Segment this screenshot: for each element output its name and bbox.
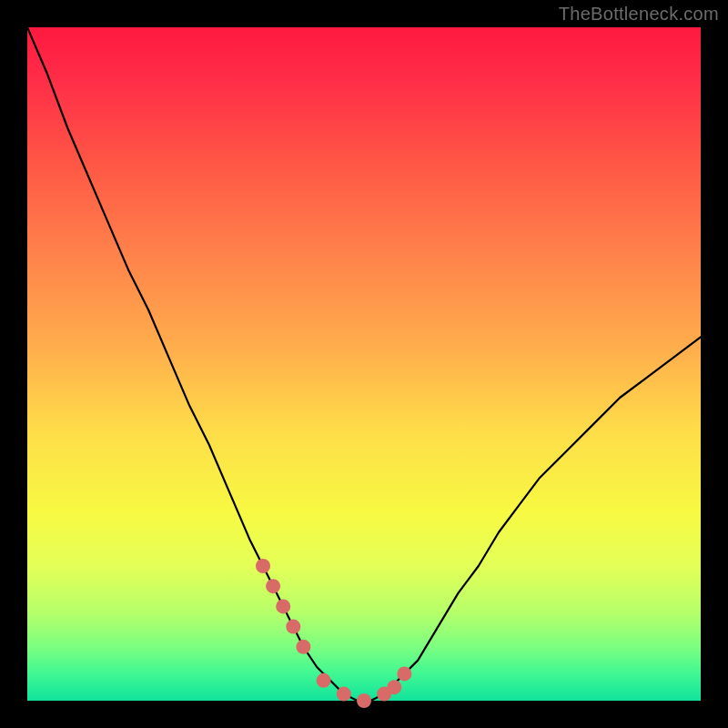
highlight-dot [387,680,401,694]
highlight-dot [286,620,300,634]
highlight-dot [357,693,371,708]
plot-area [27,27,701,701]
highlight-dot [266,579,280,593]
highlight-dot [397,666,411,681]
bottleneck-curve [27,27,701,701]
chart-frame: TheBottleneck.com [0,0,728,728]
highlight-dot [256,559,270,573]
chart-svg [27,27,701,701]
watermark-text: TheBottleneck.com [559,4,719,25]
highlight-dot [337,687,351,702]
highlight-dot [296,640,310,654]
highlight-dots [256,559,411,708]
highlight-dot [276,599,290,613]
highlight-dot [317,673,331,688]
